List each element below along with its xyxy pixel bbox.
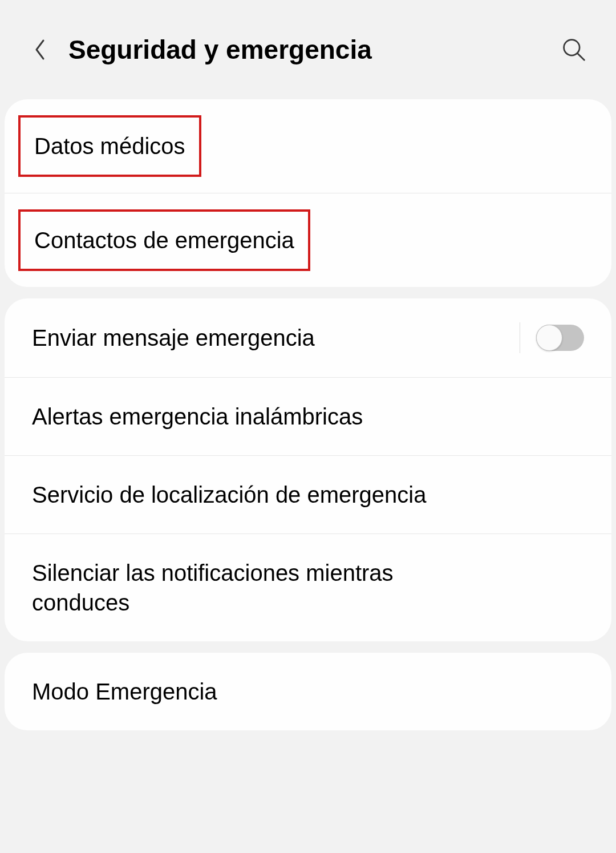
list-item-label: Datos médicos (34, 134, 185, 159)
list-item-silence-driving[interactable]: Silenciar las notificaciones mientras co… (5, 534, 611, 641)
list-item-label: Enviar mensaje emergencia (32, 323, 315, 353)
list-item-emergency-location[interactable]: Servicio de localización de emergencia (5, 456, 611, 534)
list-item-medical-data[interactable]: Datos médicos (5, 99, 611, 193)
toggle-wrapper (520, 322, 584, 353)
toggle-send-emergency[interactable] (536, 325, 584, 351)
back-icon[interactable] (29, 38, 51, 61)
toggle-knob (536, 325, 562, 351)
list-item-label: Modo Emergencia (32, 677, 217, 706)
highlight-box: Datos médicos (18, 115, 201, 177)
group-emergency-settings: Enviar mensaje emergencia Alertas emerge… (5, 298, 611, 641)
svg-line-1 (577, 53, 584, 60)
list-item-send-emergency-message[interactable]: Enviar mensaje emergencia (5, 298, 611, 378)
list-item-label: Contactos de emergencia (34, 228, 294, 253)
list-item-emergency-mode[interactable]: Modo Emergencia (5, 653, 611, 730)
divider (520, 322, 520, 353)
highlight-box: Contactos de emergencia (18, 209, 310, 271)
list-item-wireless-alerts[interactable]: Alertas emergencia inalámbricas (5, 378, 611, 456)
list-item-emergency-contacts[interactable]: Contactos de emergencia (5, 193, 611, 287)
header: Seguridad y emergencia (0, 0, 616, 88)
search-icon[interactable] (560, 36, 587, 63)
group-emergency-mode: Modo Emergencia (5, 653, 611, 730)
list-item-label: Servicio de localización de emergencia (32, 480, 426, 510)
page-title: Seguridad y emergencia (68, 34, 543, 65)
group-medical-contacts: Datos médicos Contactos de emergencia (5, 99, 611, 287)
list-item-label: Silenciar las notificaciones mientras co… (32, 558, 477, 617)
list-item-label: Alertas emergencia inalámbricas (32, 402, 363, 431)
